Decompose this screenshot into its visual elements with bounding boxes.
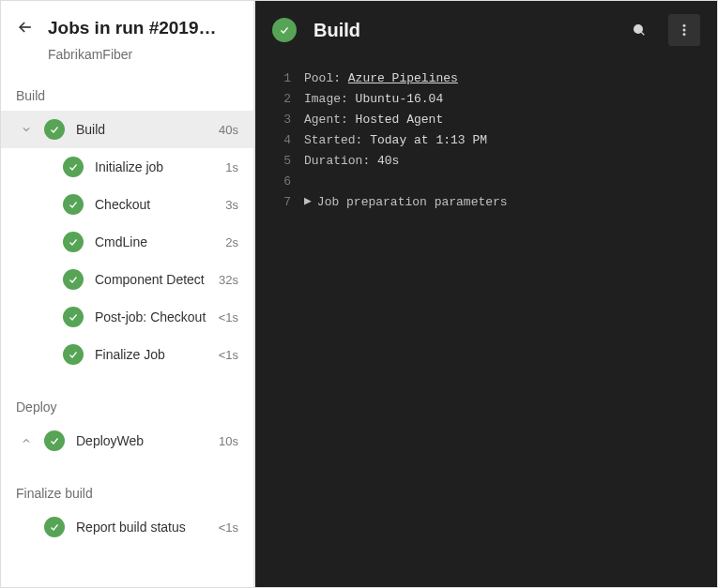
step-name: Component Detect xyxy=(95,272,219,287)
success-icon xyxy=(272,18,297,42)
log-line[interactable]: 7▶Job preparation parameters xyxy=(255,192,717,213)
chevron-right-icon[interactable] xyxy=(18,435,35,446)
step-row[interactable]: Checkout3s xyxy=(1,186,253,223)
success-icon xyxy=(63,269,84,290)
jobs-sidebar: Jobs in run #20191… FabrikamFiber BuildB… xyxy=(1,1,255,587)
success-icon xyxy=(63,157,84,177)
log-line: 5Duration: 40s xyxy=(255,151,717,172)
job-duration: <1s xyxy=(219,520,238,535)
line-number: 2 xyxy=(268,89,291,110)
line-number: 1 xyxy=(268,68,291,89)
step-row[interactable]: Initialize job1s xyxy=(1,148,253,186)
success-icon xyxy=(63,232,84,252)
log-value: Ubuntu-16.04 xyxy=(356,92,444,106)
job-duration: 40s xyxy=(219,123,238,137)
step-row[interactable]: Finalize Job<1s xyxy=(1,336,253,373)
success-icon xyxy=(44,119,65,140)
step-duration: 3s xyxy=(225,198,238,212)
step-row[interactable]: CmdLine2s xyxy=(1,223,253,261)
log-value-link[interactable]: Azure Pipelines xyxy=(348,71,458,85)
job-row[interactable]: Build40s xyxy=(1,111,253,148)
job-row[interactable]: Report build status<1s xyxy=(1,508,253,546)
back-arrow-icon[interactable] xyxy=(16,18,35,39)
success-icon xyxy=(63,344,84,365)
step-duration: 2s xyxy=(225,235,238,249)
step-row[interactable]: Post-job: Checkout<1s xyxy=(1,298,253,336)
line-number: 4 xyxy=(268,130,291,151)
log-line: 6 xyxy=(255,172,717,192)
log-value: 40s xyxy=(377,154,399,168)
job-name: Report build status xyxy=(76,520,219,535)
step-duration: <1s xyxy=(219,348,238,362)
step-duration: 32s xyxy=(219,273,238,287)
line-number: 5 xyxy=(268,151,291,172)
expand-triangle-icon[interactable]: ▶ xyxy=(304,191,312,212)
log-value: Hosted Agent xyxy=(356,113,444,127)
step-name: Finalize Job xyxy=(95,347,219,362)
step-name: Checkout xyxy=(95,197,225,212)
chevron-down-icon[interactable] xyxy=(18,124,35,135)
project-name[interactable]: FabrikamFiber xyxy=(1,47,253,62)
step-duration: 1s xyxy=(225,160,238,174)
log-value: Today at 1:13 PM xyxy=(370,133,487,147)
job-duration: 10s xyxy=(219,434,238,448)
page-title: Jobs in run #20191… xyxy=(48,18,217,38)
step-duration: <1s xyxy=(219,310,238,324)
step-row[interactable]: Component Detect32s xyxy=(1,261,253,298)
more-actions-button[interactable] xyxy=(668,14,700,46)
step-name: CmdLine xyxy=(95,234,225,249)
line-number: 3 xyxy=(268,110,291,130)
svg-point-4 xyxy=(683,33,685,35)
line-number: 7 xyxy=(268,192,291,213)
log-line: 3Agent: Hosted Agent xyxy=(255,110,717,130)
stage-label: Finalize build xyxy=(1,460,253,508)
svg-point-3 xyxy=(683,29,685,31)
svg-line-1 xyxy=(641,32,644,35)
success-icon xyxy=(44,517,65,537)
success-icon xyxy=(63,307,84,327)
search-button[interactable] xyxy=(623,14,655,46)
step-name: Initialize job xyxy=(95,159,225,174)
job-name: DeployWeb xyxy=(76,433,219,448)
log-line: 1Pool: Azure Pipelines xyxy=(255,68,717,89)
log-line: 4Started: Today at 1:13 PM xyxy=(255,130,717,151)
job-name: Build xyxy=(76,122,219,137)
stage-label: Deploy xyxy=(1,373,253,422)
log-panel: Build 1Pool: Azure Pipelines2Image: Ubun… xyxy=(255,1,717,587)
svg-point-0 xyxy=(634,25,643,34)
line-number: 6 xyxy=(268,172,291,192)
success-icon xyxy=(63,194,84,215)
svg-point-2 xyxy=(683,24,685,26)
job-row[interactable]: DeployWeb10s xyxy=(1,422,253,460)
log-title: Build xyxy=(313,20,610,41)
log-line: 2Image: Ubuntu-16.04 xyxy=(255,89,717,110)
success-icon xyxy=(44,430,65,451)
stage-label: Build xyxy=(1,62,253,111)
step-name: Post-job: Checkout xyxy=(95,309,219,324)
